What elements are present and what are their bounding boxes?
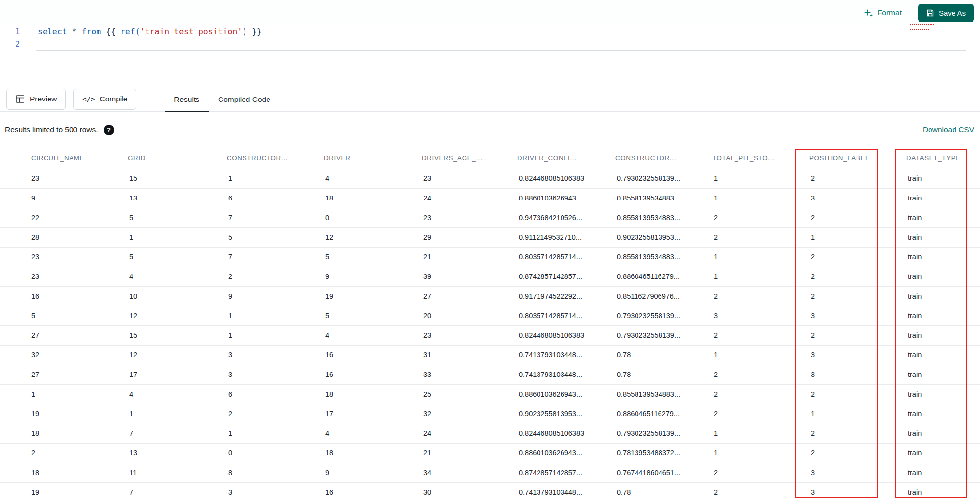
code-line-2: 2	[0, 38, 980, 50]
compile-button-label: Compile	[99, 95, 127, 103]
table-row: 213018210.8860103626943...0.781395348837…	[0, 443, 980, 463]
table-row: 18714240.8244680851063830.7930232558139.…	[0, 424, 980, 443]
table-cell: 39	[422, 267, 517, 286]
table-cell: 16	[0, 286, 128, 306]
results-table: CIRCUIT_NAMEGRIDCONSTRUCTOR...DRIVERDRIV…	[0, 148, 980, 500]
table-cell: 1	[712, 267, 809, 286]
table-cell: 6	[227, 188, 324, 208]
table-cell: 24	[422, 188, 517, 208]
save-as-button[interactable]: Save As	[918, 4, 974, 22]
table-cell: train	[906, 306, 980, 325]
table-cell: train	[906, 188, 980, 208]
table-cell: train	[906, 247, 980, 267]
column-header: DATASET_TYPE	[906, 148, 980, 169]
table-cell: 0.9473684210526...	[517, 208, 615, 227]
table-row: 14618250.8860103626943...0.8558139534883…	[0, 384, 980, 404]
download-csv-link[interactable]: Download CSV	[923, 125, 974, 134]
table-cell: 19	[0, 482, 128, 500]
table-cell: 0.78	[615, 345, 712, 365]
table-cell: train	[906, 267, 980, 286]
column-header: POSITION_LABEL	[809, 148, 906, 169]
table-cell: 9	[324, 267, 422, 286]
save-as-button-label: Save As	[939, 9, 966, 17]
table-cell: 2	[712, 463, 809, 482]
table-row: 23429390.8742857142857...0.8860465116279…	[0, 267, 980, 286]
column-header: TOTAL_PIT_STO...	[712, 148, 809, 169]
table-cell: train	[906, 286, 980, 306]
table-cell: 0.9023255813953...	[517, 404, 615, 424]
table-cell: 2	[712, 482, 809, 500]
code-token: ref(	[121, 27, 140, 36]
table-cell: train	[906, 482, 980, 500]
code-token: }}	[247, 27, 262, 36]
results-tabs: Results Compiled Code	[165, 87, 280, 112]
table-cell: 1	[227, 424, 324, 443]
table-cell: 2	[712, 208, 809, 227]
table-cell: 18	[0, 424, 128, 443]
sql-editor[interactable]: 1 select * from {{ ref('train_test_posit…	[0, 25, 980, 50]
table-cell: 12	[324, 227, 422, 247]
table-cell: 2	[712, 325, 809, 345]
save-icon	[926, 9, 934, 17]
table-cell: 0.8742857142857...	[517, 267, 615, 286]
column-header: DRIVER_CONFI...	[517, 148, 615, 169]
table-cell: 0.7413793103448...	[517, 365, 615, 384]
tab-results[interactable]: Results	[165, 87, 209, 112]
table-cell: 23	[0, 247, 128, 267]
tab-compiled-code[interactable]: Compiled Code	[209, 87, 280, 112]
table-cell: 0.8860465116279...	[615, 267, 712, 286]
table-cell: 0.7930232558139...	[615, 424, 712, 443]
table-cell: 0.8860103626943...	[517, 443, 615, 463]
table-cell: 0.9023255813953...	[615, 227, 712, 247]
table-cell: 0.7930232558139...	[615, 325, 712, 345]
table-cell: 0.7813953488372...	[615, 443, 712, 463]
table-cell: 0.8860103626943...	[517, 188, 615, 208]
compile-button[interactable]: </> Compile	[74, 89, 136, 110]
table-cell: 0.8558139534883...	[615, 188, 712, 208]
code-token: 'train_test_position'	[140, 27, 243, 36]
table-cell: 1	[809, 404, 906, 424]
editor-active-line-underline	[36, 50, 966, 51]
table-cell: 15	[128, 325, 227, 345]
results-limit-group: Results limited to 500 rows. ?	[5, 125, 114, 135]
table-cell: 1	[128, 227, 227, 247]
table-cell: 2	[227, 404, 324, 424]
table-cell: 4	[324, 169, 422, 188]
table-cell: 3	[809, 345, 906, 365]
table-cell: 0.824468085106383	[517, 169, 615, 188]
code-token: from	[81, 27, 101, 36]
preview-button[interactable]: Preview	[6, 89, 66, 110]
table-cell: 27	[0, 365, 128, 384]
table-cell: 2	[712, 384, 809, 404]
table-cell: 27	[422, 286, 517, 306]
table-cell: 4	[324, 325, 422, 345]
table-cell: 0.7413793103448...	[517, 345, 615, 365]
table-cell: train	[906, 365, 980, 384]
table-cell: 0.7413793103448...	[517, 482, 615, 500]
table-cell: 2	[712, 227, 809, 247]
table-cell: 7	[128, 482, 227, 500]
table-cell: 2	[712, 286, 809, 306]
table-cell: 2	[809, 424, 906, 443]
table-cell: 1	[0, 384, 128, 404]
table-cell: 32	[422, 404, 517, 424]
table-cell: 11	[128, 463, 227, 482]
tab-results-label: Results	[174, 95, 199, 104]
table-cell: 5	[0, 306, 128, 325]
table-cell: 3	[809, 482, 906, 500]
code-content[interactable]: select * from {{ ref('train_test_positio…	[24, 27, 262, 36]
table-cell: 32	[0, 345, 128, 365]
table-cell: 18	[324, 384, 422, 404]
table-cell: 15	[128, 169, 227, 188]
format-button[interactable]: Format	[864, 8, 902, 18]
table-cell: 0.7930232558139...	[615, 306, 712, 325]
table-cell: 3	[227, 345, 324, 365]
column-header: DRIVERS_AGE_...	[422, 148, 517, 169]
table-cell: 7	[227, 247, 324, 267]
table-cell: 0.7674418604651...	[615, 463, 712, 482]
table-cell: 0.78	[615, 482, 712, 500]
table-cell: 22	[0, 208, 128, 227]
table-cell: 2	[809, 384, 906, 404]
help-icon[interactable]: ?	[104, 125, 114, 135]
results-table-container: CIRCUIT_NAMEGRIDCONSTRUCTOR...DRIVERDRIV…	[0, 148, 980, 500]
